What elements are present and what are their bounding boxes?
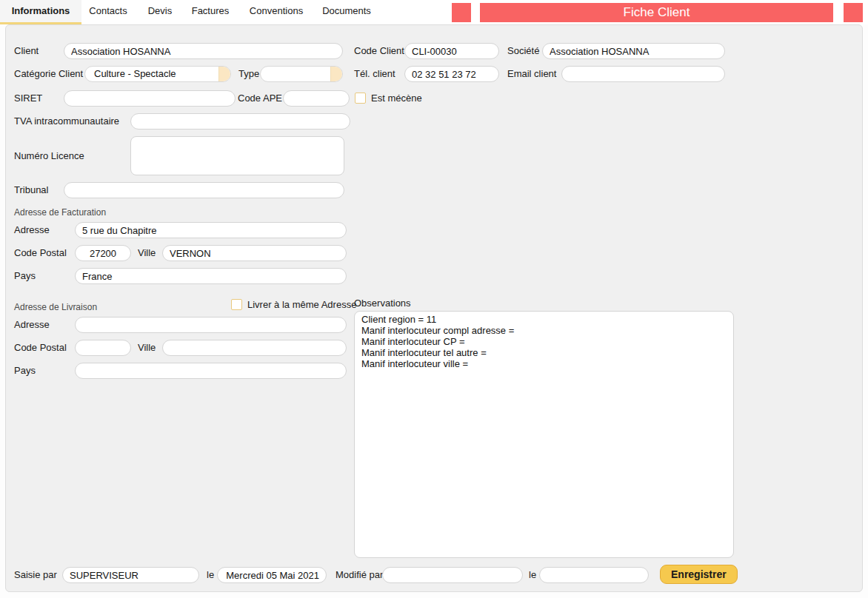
tribunal-input[interactable] bbox=[64, 182, 344, 198]
type-label: Type bbox=[238, 66, 259, 82]
client-input[interactable] bbox=[64, 43, 343, 59]
enregistrer-button[interactable]: Enregistrer bbox=[660, 565, 738, 584]
numero-licence-textarea[interactable] bbox=[130, 136, 344, 175]
type-dropdown-icon[interactable] bbox=[330, 67, 342, 81]
code-ape-label: Code APE bbox=[238, 90, 282, 107]
livraison-section-label: Adresse de Livraison bbox=[14, 300, 97, 314]
livrer-meme-adresse-label: Livrer à la même Adresse bbox=[247, 298, 356, 312]
livr-pays-input[interactable] bbox=[75, 363, 347, 379]
facturation-section-label: Adresse de Facturation bbox=[14, 206, 106, 219]
email-client-label: Email client bbox=[507, 66, 556, 82]
le-modification-input[interactable] bbox=[539, 567, 649, 583]
informations-panel: Client Code Client Société Catégorie Cli… bbox=[5, 24, 863, 592]
fact-code-postal-input[interactable] bbox=[75, 245, 131, 261]
siret-label: SIRET bbox=[14, 90, 42, 107]
categorie-client-dropdown-icon[interactable] bbox=[218, 67, 230, 81]
red-block-left bbox=[452, 3, 471, 22]
modifie-par-label: Modifié par bbox=[335, 567, 383, 583]
page-title: Fiche Client bbox=[480, 3, 833, 22]
saisie-par-input[interactable] bbox=[62, 567, 199, 583]
tva-label: TVA intracommunautaire bbox=[14, 113, 119, 130]
tel-client-input[interactable] bbox=[404, 66, 499, 82]
livr-ville-input[interactable] bbox=[162, 340, 347, 356]
code-ape-input[interactable] bbox=[283, 90, 350, 107]
livr-pays-label: Pays bbox=[14, 363, 36, 379]
tab-informations[interactable]: Informations bbox=[0, 0, 81, 24]
code-client-label: Code Client bbox=[354, 43, 404, 59]
societe-label: Société bbox=[507, 43, 539, 59]
livrer-meme-adresse-checkbox[interactable] bbox=[231, 299, 242, 310]
observations-label: Observations bbox=[354, 295, 411, 312]
livr-code-postal-input[interactable] bbox=[75, 340, 131, 356]
tva-input[interactable] bbox=[130, 113, 350, 130]
categorie-client-label: Catégorie Client bbox=[14, 66, 83, 82]
code-client-input[interactable] bbox=[404, 43, 499, 59]
tel-client-label: Tél. client bbox=[354, 66, 395, 82]
tab-factures[interactable]: Factures bbox=[185, 0, 236, 22]
fact-adresse-input[interactable] bbox=[75, 222, 347, 238]
societe-input[interactable] bbox=[542, 43, 725, 59]
livr-adresse-label: Adresse bbox=[14, 317, 50, 333]
livr-ville-label: Ville bbox=[138, 340, 156, 356]
fact-pays-input[interactable] bbox=[75, 268, 347, 284]
livr-adresse-input[interactable] bbox=[75, 317, 347, 333]
fact-pays-label: Pays bbox=[14, 268, 36, 284]
fiche-client-window: Informations Contacts Devis Factures Con… bbox=[0, 0, 868, 598]
fact-code-postal-label: Code Postal bbox=[14, 245, 67, 261]
tribunal-label: Tribunal bbox=[14, 182, 48, 198]
saisie-par-label: Saisie par bbox=[14, 567, 57, 583]
tab-devis[interactable]: Devis bbox=[135, 0, 185, 22]
fact-adresse-label: Adresse bbox=[14, 222, 50, 238]
modifie-par-input[interactable] bbox=[382, 567, 523, 583]
le-creation-input[interactable] bbox=[217, 567, 327, 583]
observations-textarea[interactable]: Client region = 11 Manif interlocuteur c… bbox=[354, 311, 734, 558]
type-combo[interactable] bbox=[260, 66, 343, 82]
categorie-client-combo[interactable]: Culture - Spectacle bbox=[84, 66, 231, 82]
siret-input[interactable] bbox=[64, 90, 236, 107]
fact-ville-label: Ville bbox=[138, 245, 156, 261]
tab-contacts[interactable]: Contacts bbox=[81, 0, 135, 22]
categorie-client-value: Culture - Spectacle bbox=[85, 67, 218, 81]
le-modification-label: le bbox=[529, 567, 536, 583]
client-label: Client bbox=[14, 43, 39, 59]
type-value bbox=[261, 67, 330, 81]
red-block-right bbox=[844, 3, 863, 22]
livr-code-postal-label: Code Postal bbox=[14, 340, 67, 356]
tab-documents[interactable]: Documents bbox=[317, 0, 376, 22]
le-creation-label: le bbox=[207, 567, 214, 583]
numero-licence-label: Numéro Licence bbox=[14, 148, 84, 164]
fact-ville-input[interactable] bbox=[162, 245, 347, 261]
est-mecene-label: Est mécène bbox=[371, 92, 422, 105]
tab-conventions[interactable]: Conventions bbox=[236, 0, 317, 22]
est-mecene-checkbox[interactable] bbox=[355, 93, 366, 104]
email-client-input[interactable] bbox=[561, 66, 725, 82]
